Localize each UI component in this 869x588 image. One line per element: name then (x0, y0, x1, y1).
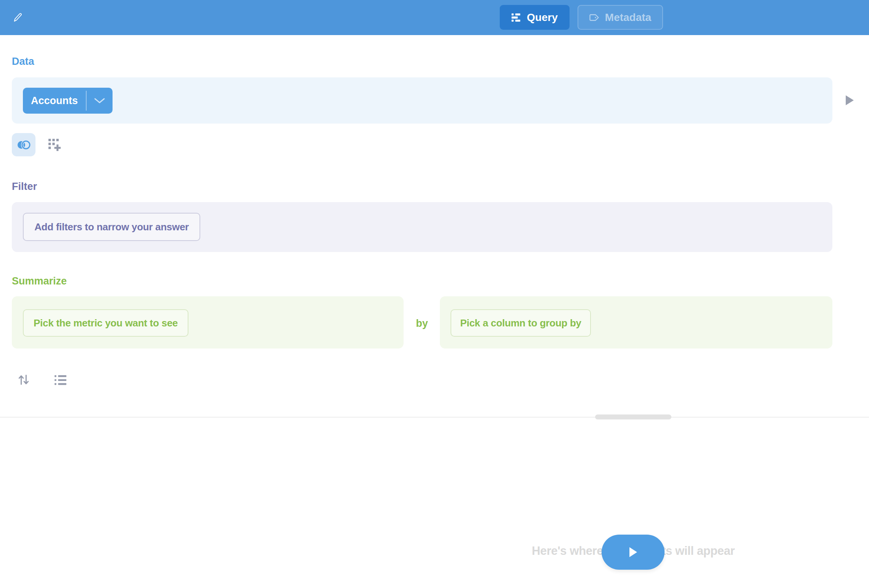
table-picker-button[interactable]: Accounts (23, 88, 113, 114)
join-data-button[interactable] (12, 133, 35, 156)
preview-step-button[interactable] (845, 95, 855, 106)
add-filter-button[interactable]: Add filters to narrow your answer (23, 213, 200, 241)
tab-metadata-label: Metadata (605, 11, 651, 24)
by-label: by (416, 318, 428, 329)
data-section-label: Data (12, 56, 34, 67)
play-preview-icon (845, 95, 854, 106)
play-icon (629, 546, 638, 558)
filter-section-label: Filter (12, 181, 37, 193)
header-bar: Query Metadata (0, 0, 869, 35)
row-limit-button[interactable] (53, 373, 68, 388)
sort-icon (18, 374, 30, 386)
summarize-section-label: Summarize (12, 275, 67, 287)
edit-title-button[interactable] (9, 8, 26, 26)
join-icon (16, 139, 31, 151)
table-picker-label: Accounts (23, 88, 86, 114)
summarize-groupby-container: Pick a column to group by (440, 296, 832, 349)
tab-query[interactable]: Query (500, 5, 570, 30)
summarize-metric-container: Pick the metric you want to see (12, 296, 404, 349)
tab-query-label: Query (527, 11, 558, 24)
custom-column-icon (48, 139, 61, 151)
notebook-icon (512, 13, 521, 22)
filter-section-container: Add filters to narrow your answer (12, 202, 832, 252)
tab-metadata[interactable]: Metadata (578, 5, 663, 30)
chevron-down-icon[interactable] (87, 88, 113, 114)
query-builder-page: Query Metadata Data Accounts (0, 0, 869, 588)
resize-drag-handle[interactable] (595, 414, 671, 419)
list-icon (55, 375, 66, 386)
data-section-container: Accounts (12, 77, 832, 124)
pencil-icon (13, 12, 23, 22)
pick-groupby-button[interactable]: Pick a column to group by (451, 309, 591, 337)
sort-step-button[interactable] (16, 372, 31, 387)
pick-metric-button[interactable]: Pick the metric you want to see (23, 309, 188, 337)
run-query-button[interactable] (602, 535, 665, 570)
custom-column-button[interactable] (47, 138, 62, 152)
tag-icon (589, 13, 600, 22)
notebook-results-divider (0, 417, 869, 418)
editor-tabs: Query Metadata (500, 5, 663, 30)
